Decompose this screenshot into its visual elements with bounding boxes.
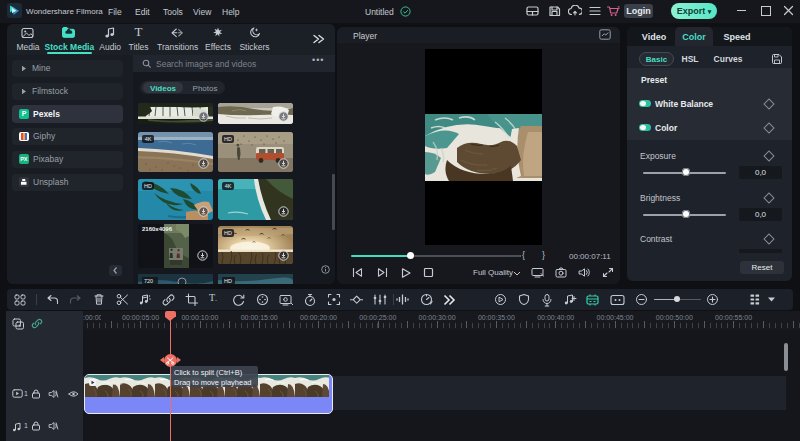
svg-text:720: 720 bbox=[144, 278, 153, 284]
svg-text:HD: HD bbox=[224, 278, 232, 284]
